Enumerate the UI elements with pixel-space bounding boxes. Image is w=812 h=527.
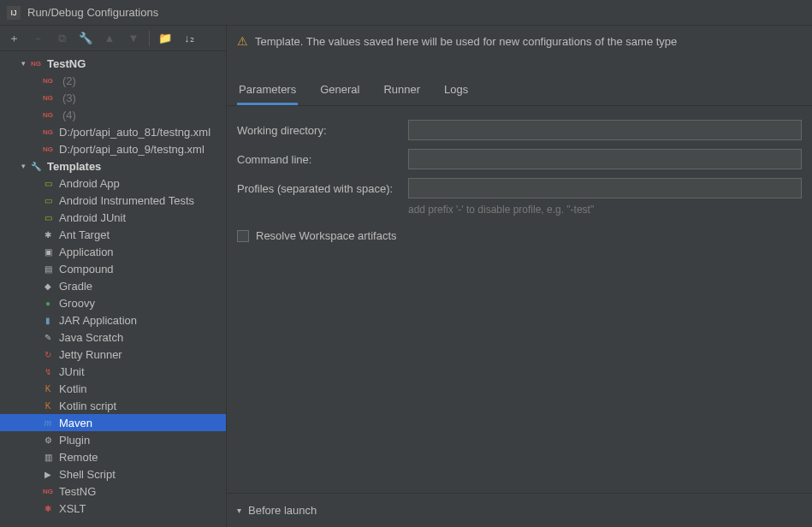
row-working-directory: Working directory: [237, 120, 802, 140]
sort-button[interactable]: ↓₂ [181, 30, 198, 47]
folder-button[interactable]: 📁 [157, 30, 174, 47]
row-profiles: Profiles (separated with space): [237, 178, 802, 198]
template-item-jar-application[interactable]: ▮JAR Application [0, 311, 226, 329]
plugin-icon: ⚙ [41, 433, 55, 447]
main-panel: ⚠ Template. The values saved here will b… [227, 26, 812, 527]
kotlin-icon: K [41, 382, 55, 395]
testng-icon: NG [41, 91, 55, 104]
item-label: Maven [59, 417, 92, 429]
warning-icon: ⚠ [237, 34, 248, 48]
template-item-shell-script[interactable]: ▶Shell Script [0, 465, 226, 483]
item-label: Shell Script [59, 468, 116, 481]
settings-button[interactable]: 🔧 [77, 30, 94, 47]
template-item-jetty-runner[interactable]: ↻Jetty Runner [0, 346, 226, 363]
tab-runner[interactable]: Runner [382, 78, 422, 105]
tab-parameters[interactable]: Parameters [237, 78, 298, 105]
before-launch-section[interactable]: ▾ Before launch [227, 493, 812, 527]
before-launch-label: Before launch [248, 504, 317, 517]
template-item-kotlin[interactable]: KKotlin [0, 380, 226, 397]
item-label: Ant Target [59, 228, 110, 241]
template-item-java-scratch[interactable]: ✎Java Scratch [0, 329, 226, 346]
cmdline-input[interactable] [408, 149, 802, 169]
jetty-icon: ↻ [41, 347, 55, 361]
item-count: (3) [62, 92, 76, 104]
template-item-kotlin-script[interactable]: KKotlin script [0, 397, 226, 414]
tab-general[interactable]: General [318, 78, 361, 105]
resolve-checkbox[interactable] [237, 230, 249, 242]
wrench-icon: 🔧 [29, 159, 43, 173]
tree-group-templates[interactable]: ▾ 🔧 Templates [0, 157, 226, 175]
template-item-xslt[interactable]: ✱XSLT [0, 500, 226, 517]
gradle-icon: ◆ [41, 279, 55, 293]
add-button[interactable]: ＋ [5, 30, 22, 47]
item-label: Jetty Runner [59, 348, 122, 361]
config-tree[interactable]: ▾ NG TestNG NG(2)NG(3)NG(4) NGD:/port/ap… [0, 51, 226, 527]
item-label: Android Instrumented Tests [59, 194, 194, 207]
tab-logs[interactable]: Logs [442, 78, 470, 105]
ant-icon: ✱ [41, 228, 55, 241]
item-label: XSLT [59, 502, 86, 515]
up-button[interactable]: ▲ [101, 30, 118, 47]
profiles-label: Profiles (separated with space): [237, 182, 408, 195]
titlebar: IJ Run/Debug Configurations [0, 0, 812, 26]
junit-icon: ↯ [41, 364, 55, 378]
spacer [227, 256, 812, 493]
separator [149, 31, 150, 46]
item-label: Java Scratch [59, 331, 123, 344]
item-label: Android JUnit [59, 211, 126, 224]
item-label: Application [59, 246, 114, 258]
template-item-maven[interactable]: mMaven [0, 414, 226, 431]
xslt-icon: ✱ [41, 501, 55, 515]
scratch-icon: ✎ [41, 330, 55, 344]
sidebar: ＋ － ⧉ 🔧 ▲ ▼ 📁 ↓₂ ▾ NG TestNG NG(2)NG(3)N… [0, 26, 227, 527]
testng-icon: NG [41, 125, 55, 139]
tree-group-testng[interactable]: ▾ NG TestNG [0, 55, 226, 72]
item-label: D:/port/api_auto_9/testng.xml [59, 143, 204, 156]
shell-icon: ▶ [41, 467, 55, 481]
tree-item-default[interactable]: NG(4) [0, 106, 226, 123]
item-count: (2) [62, 74, 76, 87]
template-item-android-app[interactable]: ▭Android App [0, 175, 226, 192]
testng-icon: NG [41, 74, 55, 87]
group-label: TestNG [47, 57, 86, 70]
template-item-application[interactable]: ▣Application [0, 243, 226, 260]
group-label: Templates [47, 160, 101, 173]
tree-item-path[interactable]: NGD:/port/api_auto_9/testng.xml [0, 140, 226, 157]
testng-icon: NG [41, 108, 55, 121]
chevron-down-icon: ▾ [17, 162, 29, 170]
item-label: D:/port/api_auto_81/testng.xml [59, 126, 210, 139]
chevron-down-icon: ▾ [17, 59, 29, 68]
profiles-input[interactable] [408, 178, 802, 198]
template-item-groovy[interactable]: ●Groovy [0, 294, 226, 311]
copy-button[interactable]: ⧉ [53, 30, 70, 47]
template-item-plugin[interactable]: ⚙Plugin [0, 431, 226, 448]
item-label: Remote [59, 451, 98, 464]
template-item-android-junit[interactable]: ▭Android JUnit [0, 209, 226, 226]
tree-item-default[interactable]: NG(3) [0, 89, 226, 106]
row-resolve-artifacts[interactable]: Resolve Workspace artifacts [237, 229, 802, 242]
app-icon: IJ [7, 6, 21, 20]
template-item-gradle[interactable]: ◆Gradle [0, 277, 226, 294]
template-item-testng[interactable]: NGTestNG [0, 483, 226, 500]
dialog-body: ＋ － ⧉ 🔧 ▲ ▼ 📁 ↓₂ ▾ NG TestNG NG(2)NG(3)N… [0, 26, 812, 527]
template-item-junit[interactable]: ↯JUnit [0, 363, 226, 380]
tree-item-default[interactable]: NG(2) [0, 72, 226, 89]
kotlin-icon: K [41, 399, 55, 412]
template-item-android-instrumented-tests[interactable]: ▭Android Instrumented Tests [0, 192, 226, 209]
down-button[interactable]: ▼ [125, 30, 142, 47]
maven-icon: m [41, 416, 55, 429]
item-label: Android App [59, 177, 120, 190]
template-item-ant-target[interactable]: ✱Ant Target [0, 226, 226, 243]
cmdline-label: Command line: [237, 153, 408, 166]
item-label: JAR Application [59, 314, 137, 327]
remote-icon: ▥ [41, 450, 55, 464]
template-item-remote[interactable]: ▥Remote [0, 448, 226, 465]
parameters-form: Working directory: Command line: Profile… [227, 106, 812, 256]
template-item-compound[interactable]: ▤Compound [0, 260, 226, 277]
tree-item-path[interactable]: NGD:/port/api_auto_81/testng.xml [0, 123, 226, 140]
item-label: Groovy [59, 297, 95, 310]
remove-button[interactable]: － [29, 30, 46, 47]
workdir-input[interactable] [408, 120, 802, 140]
item-label: JUnit [59, 365, 85, 378]
sidebar-toolbar: ＋ － ⧉ 🔧 ▲ ▼ 📁 ↓₂ [0, 26, 226, 51]
